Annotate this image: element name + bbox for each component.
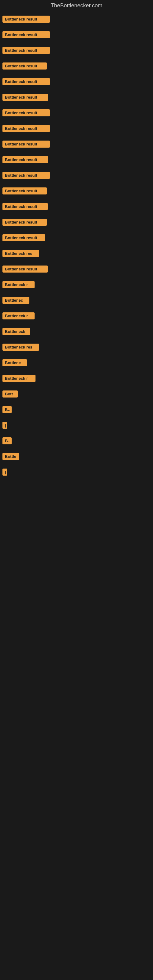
row-spacer — [0, 26, 153, 30]
bottleneck-badge[interactable]: Bo — [2, 406, 12, 413]
result-row: | — [0, 467, 153, 477]
result-row: Bottleneck r — [0, 280, 153, 290]
row-spacer — [0, 432, 153, 436]
bottleneck-badge[interactable]: Bottlenec — [2, 297, 29, 304]
row-spacer — [0, 369, 153, 374]
bottleneck-badge[interactable]: Bottleneck result — [2, 188, 47, 194]
bottleneck-badge[interactable]: Bottleneck result — [2, 203, 48, 210]
row-spacer — [0, 229, 153, 233]
row-spacer — [0, 41, 153, 46]
result-row: Bottleneck result — [0, 108, 153, 118]
result-row: Bottleneck — [0, 327, 153, 336]
bottleneck-badge[interactable]: Bottleneck result — [2, 156, 48, 163]
bottleneck-badge[interactable]: Bottleneck result — [2, 266, 48, 272]
result-row: Bottlenec — [0, 296, 153, 305]
row-spacer — [0, 354, 153, 358]
row-spacer — [0, 479, 153, 483]
bottleneck-badge[interactable]: Bottleneck result — [2, 31, 50, 38]
row-spacer — [0, 260, 153, 264]
results-container: Bottleneck resultBottleneck resultBottle… — [0, 11, 153, 486]
result-row: Bottleneck result — [0, 186, 153, 196]
result-row: Bottleneck result — [0, 124, 153, 133]
result-row: Bottleneck res — [0, 249, 153, 258]
result-row: Bottleneck result — [0, 264, 153, 274]
row-spacer — [0, 385, 153, 389]
row-spacer — [0, 104, 153, 108]
bottleneck-badge[interactable]: Bottleneck result — [2, 47, 50, 54]
bottleneck-badge[interactable]: Bottleneck r — [2, 312, 35, 320]
result-row: Bo — [0, 405, 153, 414]
result-row: | — [0, 420, 153, 430]
bottleneck-badge[interactable]: | — [2, 422, 7, 429]
bottleneck-badge[interactable]: Bottleneck r — [2, 375, 35, 382]
bottleneck-badge[interactable]: Bottlene — [2, 359, 27, 366]
row-spacer — [0, 401, 153, 405]
result-row: Bottleneck result — [0, 46, 153, 55]
row-spacer — [0, 338, 153, 342]
row-spacer — [0, 307, 153, 311]
bottleneck-badge[interactable]: Bottleneck result — [2, 62, 47, 70]
row-spacer — [0, 447, 153, 452]
bottleneck-badge[interactable]: Bo — [2, 438, 12, 444]
row-spacer — [0, 244, 153, 249]
result-row: Bottleneck result — [0, 170, 153, 180]
row-spacer — [0, 275, 153, 280]
result-row: Bottleneck r — [0, 311, 153, 321]
row-spacer — [0, 291, 153, 296]
bottleneck-badge[interactable]: Bottleneck result — [2, 94, 48, 101]
result-row: Bottleneck result — [0, 202, 153, 211]
result-row: Bottle — [0, 452, 153, 461]
bottleneck-badge[interactable]: Bottleneck result — [2, 219, 47, 226]
row-spacer — [0, 213, 153, 218]
bottleneck-badge[interactable]: Bottleneck result — [2, 234, 45, 241]
row-spacer — [0, 135, 153, 139]
site-title: TheBottlenecker.com — [0, 0, 153, 11]
row-spacer — [0, 197, 153, 202]
bottleneck-badge[interactable]: Bottleneck result — [2, 16, 50, 23]
bottleneck-badge[interactable]: Bott — [2, 390, 18, 398]
bottleneck-badge[interactable]: Bottleneck result — [2, 78, 50, 85]
bottleneck-badge[interactable]: Bottleneck result — [2, 172, 50, 179]
bottleneck-badge[interactable]: Bottleneck result — [2, 109, 50, 116]
row-spacer — [0, 73, 153, 77]
result-row: Bottleneck result — [0, 61, 153, 71]
bottleneck-badge[interactable]: | — [2, 469, 7, 476]
bottleneck-badge[interactable]: Bottleneck res — [2, 250, 39, 257]
row-spacer — [0, 463, 153, 467]
row-spacer — [0, 323, 153, 327]
bottleneck-badge[interactable]: Bottleneck result — [2, 125, 50, 132]
result-row: Bottleneck result — [0, 14, 153, 24]
result-row: Bottleneck result — [0, 30, 153, 40]
row-spacer — [0, 57, 153, 61]
row-spacer — [0, 416, 153, 420]
result-row: Bottleneck res — [0, 342, 153, 352]
result-row: Bottleneck result — [0, 139, 153, 149]
result-row: Bottleneck result — [0, 77, 153, 86]
row-spacer — [0, 151, 153, 155]
bottleneck-badge[interactable]: Bottleneck — [2, 328, 30, 335]
bottleneck-badge[interactable]: Bottleneck res — [2, 344, 39, 351]
result-row: Bottleneck result — [0, 92, 153, 102]
result-row: Bottleneck result — [0, 155, 153, 164]
bottleneck-badge[interactable]: Bottle — [2, 453, 19, 460]
row-spacer — [0, 119, 153, 124]
row-spacer — [0, 182, 153, 186]
result-row: Bottleneck r — [0, 374, 153, 383]
row-spacer — [0, 88, 153, 92]
result-row: Bottleneck result — [0, 218, 153, 227]
result-row: Bottlene — [0, 358, 153, 368]
result-row: Bottleneck result — [0, 233, 153, 243]
bottleneck-badge[interactable]: Bottleneck r — [2, 281, 35, 288]
result-row: Bo — [0, 436, 153, 445]
bottleneck-badge[interactable]: Bottleneck result — [2, 140, 50, 148]
result-row: Bott — [0, 389, 153, 399]
row-spacer — [0, 166, 153, 170]
